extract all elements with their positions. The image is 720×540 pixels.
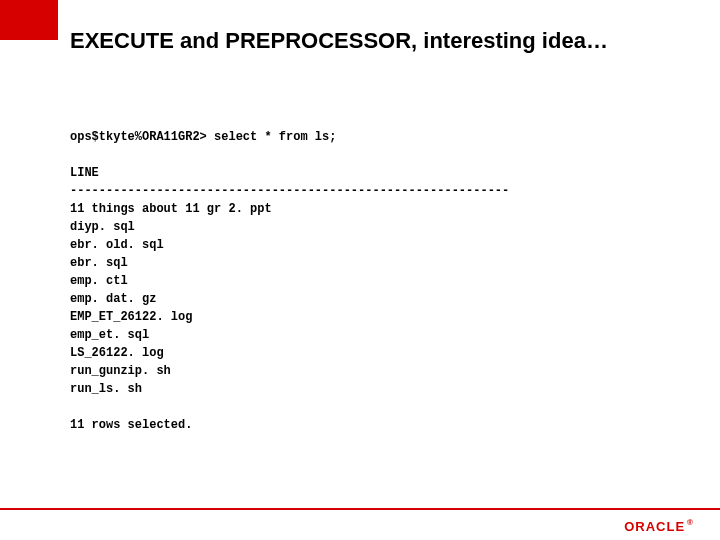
rows-selected: 11 rows selected. (70, 416, 680, 434)
row: emp_et. sql (70, 326, 680, 344)
row: diyp. sql (70, 218, 680, 236)
row: ebr. sql (70, 254, 680, 272)
code-content: ops$tkyte%ORA11GR2> select * from ls; LI… (70, 128, 680, 434)
row: LS_26122. log (70, 344, 680, 362)
row: ebr. old. sql (70, 236, 680, 254)
slide-title: EXECUTE and PREPROCESSOR, interesting id… (70, 28, 608, 54)
row: run_ls. sh (70, 380, 680, 398)
logo-text: ORACLE (624, 519, 685, 534)
divider-line: ----------------------------------------… (70, 182, 680, 200)
row: emp. ctl (70, 272, 680, 290)
column-header: LINE (70, 164, 680, 182)
row: run_gunzip. sh (70, 362, 680, 380)
row: emp. dat. gz (70, 290, 680, 308)
footer-divider (0, 508, 720, 510)
sql-prompt: ops$tkyte%ORA11GR2> select * from ls; (70, 128, 680, 146)
output-block: LINE -----------------------------------… (70, 164, 680, 398)
oracle-logo: ORACLE® (624, 519, 694, 534)
registered-mark: ® (687, 518, 694, 527)
row: EMP_ET_26122. log (70, 308, 680, 326)
accent-block (0, 0, 58, 40)
row: 11 things about 11 gr 2. ppt (70, 200, 680, 218)
slide: EXECUTE and PREPROCESSOR, interesting id… (0, 0, 720, 540)
